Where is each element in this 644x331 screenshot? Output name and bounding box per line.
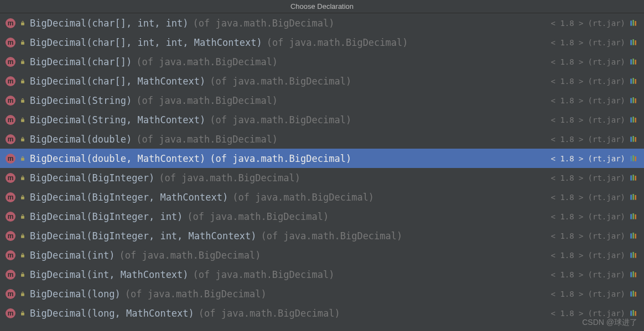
svg-rect-25 xyxy=(632,175,634,181)
method-icon: m xyxy=(6,57,15,67)
jar-text: (rt.jar) xyxy=(588,309,625,318)
list-item[interactable]: m BigDecimal(BigInteger, int, MathContex… xyxy=(0,226,644,245)
svg-rect-18 xyxy=(630,136,632,141)
version-text: < 1.8 > xyxy=(551,115,584,124)
window-title: Choose Declaration xyxy=(0,0,644,13)
library-icon xyxy=(630,309,638,318)
lock-icon xyxy=(20,20,25,26)
location-text: (of java.math.BigDecimal) xyxy=(267,37,408,48)
jar-text: (rt.jar) xyxy=(588,193,625,202)
method-icon: m xyxy=(6,96,15,106)
method-icon: m xyxy=(6,173,15,183)
location-text: (of java.math.BigDecimal) xyxy=(136,95,278,106)
signature-text: BigDecimal(int, MathContext) xyxy=(30,269,189,280)
list-item[interactable]: m BigDecimal(String, MathContext) (of ja… xyxy=(0,110,644,129)
version-text: < 1.8 > xyxy=(551,174,584,182)
method-icon: m xyxy=(6,231,15,241)
svg-rect-27 xyxy=(630,195,632,199)
svg-rect-22 xyxy=(632,155,634,161)
location-text: (of java.math.BigDecimal) xyxy=(210,76,351,87)
location-text: (of java.math.BigDecimal) xyxy=(232,192,374,203)
location-text: (of java.math.BigDecimal) xyxy=(210,114,351,125)
version-text: < 1.8 > xyxy=(551,96,584,105)
signature-text: BigDecimal(BigInteger, int, MathContext) xyxy=(30,230,256,241)
lock-icon xyxy=(20,78,25,84)
svg-rect-1 xyxy=(632,20,634,26)
jar-text: (rt.jar) xyxy=(588,115,625,124)
location-text: (of java.math.BigDecimal) xyxy=(136,56,278,67)
jar-text: (rt.jar) xyxy=(588,232,625,240)
version-text: < 1.8 > xyxy=(551,232,584,240)
library-icon xyxy=(630,251,638,260)
svg-rect-23 xyxy=(635,156,636,161)
library-icon xyxy=(630,232,638,240)
svg-rect-45 xyxy=(630,311,632,316)
list-item[interactable]: m BigDecimal(BigInteger, int) (of java.m… xyxy=(0,207,644,226)
location-text: (of java.math.BigDecimal) xyxy=(159,172,300,183)
svg-rect-28 xyxy=(632,194,634,200)
list-item[interactable]: m BigDecimal(String) (of java.math.BigDe… xyxy=(0,91,644,110)
version-text: < 1.8 > xyxy=(551,38,584,47)
lock-icon xyxy=(20,195,25,200)
list-item[interactable]: m BigDecimal(long) (of java.math.BigDeci… xyxy=(0,284,644,303)
library-icon xyxy=(630,290,638,298)
svg-rect-33 xyxy=(630,233,632,238)
signature-text: BigDecimal(char[], int, int, MathContext… xyxy=(30,37,262,48)
svg-rect-32 xyxy=(635,214,636,219)
list-item[interactable]: m BigDecimal(int) (of java.math.BigDecim… xyxy=(0,245,644,265)
version-text: < 1.8 > xyxy=(551,251,584,260)
jar-text: (rt.jar) xyxy=(588,290,625,298)
method-icon: m xyxy=(6,212,15,222)
svg-rect-38 xyxy=(635,253,636,258)
version-text: < 1.8 > xyxy=(551,77,584,86)
jar-text: (rt.jar) xyxy=(588,174,625,182)
svg-rect-12 xyxy=(630,98,632,103)
jar-text: (rt.jar) xyxy=(588,19,625,28)
method-icon: m xyxy=(6,192,15,202)
list-item[interactable]: m BigDecimal(char[], MathContext) (of ja… xyxy=(0,71,644,91)
list-item[interactable]: m BigDecimal(double) (of java.math.BigDe… xyxy=(0,129,644,149)
svg-rect-14 xyxy=(635,98,636,103)
list-item[interactable]: m BigDecimal(BigInteger, MathContext) (o… xyxy=(0,187,644,207)
svg-rect-46 xyxy=(632,310,634,316)
svg-rect-6 xyxy=(630,59,632,64)
jar-text: (rt.jar) xyxy=(588,251,625,260)
signature-text: BigDecimal(double, MathContext) xyxy=(30,153,205,164)
signature-text: BigDecimal(BigInteger, MathContext) xyxy=(30,192,228,203)
method-icon: m xyxy=(6,115,15,125)
svg-rect-35 xyxy=(635,234,636,239)
lock-icon xyxy=(20,175,25,181)
library-icon xyxy=(630,19,638,28)
svg-rect-24 xyxy=(630,175,632,180)
svg-rect-30 xyxy=(630,214,632,219)
list-item[interactable]: m BigDecimal(long, MathContext) (of java… xyxy=(0,303,644,323)
library-icon xyxy=(630,96,638,105)
signature-text: BigDecimal(double) xyxy=(30,134,132,145)
method-icon: m xyxy=(6,308,15,318)
method-icon: m xyxy=(6,154,15,164)
list-item[interactable]: m BigDecimal(char[], int, int) (of java.… xyxy=(0,13,644,33)
signature-text: BigDecimal(int) xyxy=(30,250,115,261)
svg-rect-17 xyxy=(635,118,636,123)
method-icon: m xyxy=(6,270,15,280)
location-text: (of java.math.BigDecimal) xyxy=(199,308,340,319)
signature-text: BigDecimal(BigInteger) xyxy=(30,172,154,183)
jar-text: (rt.jar) xyxy=(588,77,625,86)
lock-icon xyxy=(20,117,25,123)
svg-rect-44 xyxy=(635,292,636,297)
lock-icon xyxy=(20,98,25,103)
lock-icon xyxy=(20,214,25,219)
list-item[interactable]: m BigDecimal(BigInteger) (of java.math.B… xyxy=(0,168,644,187)
library-icon xyxy=(630,135,638,144)
list-item[interactable]: m BigDecimal(char[]) (of java.math.BigDe… xyxy=(0,52,644,71)
list-item[interactable]: m BigDecimal(int, MathContext) (of java.… xyxy=(0,265,644,284)
list-item[interactable]: m BigDecimal(char[], int, int, MathConte… xyxy=(0,33,644,52)
version-text: < 1.8 > xyxy=(551,193,584,202)
method-icon: m xyxy=(6,38,15,48)
svg-rect-26 xyxy=(635,176,636,181)
lock-icon xyxy=(20,59,25,65)
signature-text: BigDecimal(long, MathContext) xyxy=(30,308,194,319)
list-item[interactable]: m BigDecimal(double, MathContext) (of ja… xyxy=(0,149,644,168)
lock-icon xyxy=(20,272,25,277)
jar-text: (rt.jar) xyxy=(588,135,625,144)
